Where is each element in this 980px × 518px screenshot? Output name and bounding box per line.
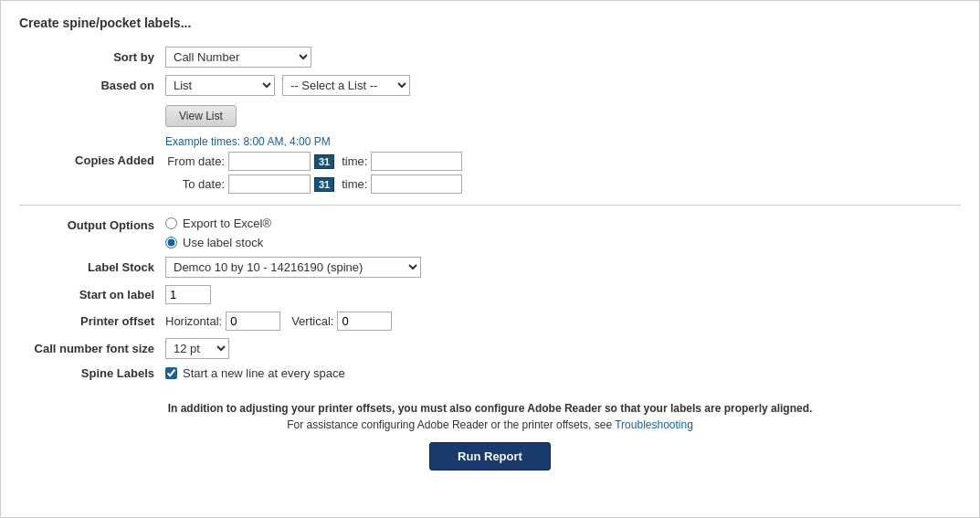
- sort-by-select[interactable]: Call Number Title Author Date Added: [165, 47, 311, 68]
- sort-by-row: Sort by Call Number Title Author Date Ad…: [19, 47, 961, 68]
- to-date-calendar-button[interactable]: 31: [314, 177, 334, 192]
- start-on-label-row: Start on label: [19, 285, 961, 304]
- printer-offset-row: Printer offset Horizontal: Vertical:: [19, 312, 961, 331]
- spine-labels-checkbox-label: Start a new line at every space: [183, 366, 345, 380]
- divider: [19, 205, 961, 206]
- example-times-text: Example times: 8:00 AM, 4:00 PM: [165, 135, 331, 148]
- font-size-label: Call number font size: [19, 342, 165, 355]
- from-date-input[interactable]: [228, 152, 311, 171]
- to-date-row: To date: 31 time:: [165, 174, 462, 194]
- from-time-input[interactable]: [371, 152, 462, 171]
- label-stock-select[interactable]: Demco 10 by 10 - 14216190 (spine) Option…: [165, 257, 421, 278]
- spine-labels-label: Spine Labels: [19, 366, 165, 380]
- view-list-row: View List: [19, 103, 961, 127]
- to-date-label: To date:: [165, 177, 225, 191]
- example-times-row: Example times: 8:00 AM, 4:00 PM: [165, 134, 961, 148]
- page-container: Create spine/pocket labels... Sort by Ca…: [0, 0, 980, 518]
- to-time-input[interactable]: [371, 174, 462, 194]
- export-excel-radio[interactable]: [165, 217, 177, 229]
- vertical-label: Vertical:: [291, 314, 333, 328]
- from-time-label: time:: [342, 154, 367, 168]
- export-excel-label: Export to Excel®: [183, 217, 271, 230]
- start-on-label-label: Start on label: [19, 288, 165, 301]
- horizontal-offset-input[interactable]: [226, 312, 280, 331]
- font-size-select[interactable]: 12 pt 10 pt 14 pt 16 pt: [165, 338, 229, 359]
- based-on-select[interactable]: List Search All Items: [165, 75, 275, 96]
- from-date-label: From date:: [165, 154, 225, 168]
- spine-labels-row: Spine Labels Start a new line at every s…: [19, 366, 961, 380]
- to-date-input[interactable]: [228, 174, 311, 194]
- date-rows: From date: 31 time: To date: 31 time:: [165, 152, 462, 194]
- use-label-stock-radio[interactable]: [165, 237, 177, 248]
- start-on-label-input[interactable]: [165, 285, 211, 304]
- label-stock-label: Label Stock: [19, 260, 165, 274]
- info-section: In addition to adjusting your printer of…: [19, 395, 961, 470]
- printer-offset-label: Printer offset: [19, 314, 165, 328]
- from-date-row: From date: 31 time:: [165, 152, 462, 171]
- font-size-row: Call number font size 12 pt 10 pt 14 pt …: [19, 338, 961, 359]
- export-excel-row: Export to Excel®: [165, 217, 271, 230]
- copies-added-label: Copies Added: [19, 152, 165, 167]
- vertical-offset-input[interactable]: [337, 312, 392, 331]
- based-on-row: Based on List Search All Items -- Select…: [19, 75, 961, 96]
- output-options-section: Output Options Export to Excel® Use labe…: [19, 217, 961, 249]
- run-report-button[interactable]: Run Report: [429, 442, 551, 470]
- select-list-select[interactable]: -- Select a List --: [282, 75, 410, 96]
- based-on-label: Based on: [19, 79, 165, 92]
- info-normal-text: For assistance configuring Adobe Reader …: [19, 418, 961, 431]
- troubleshooting-link[interactable]: Troubleshooting: [615, 418, 693, 431]
- to-time-label: time:: [342, 177, 367, 191]
- horizontal-label: Horizontal:: [165, 314, 222, 328]
- output-options-label: Output Options: [19, 217, 165, 232]
- use-label-stock-row: Use label stock: [165, 236, 271, 249]
- spine-labels-checkbox[interactable]: [165, 367, 177, 379]
- use-label-stock-label: Use label stock: [183, 236, 263, 249]
- view-list-button[interactable]: View List: [165, 105, 237, 127]
- copies-added-section: Copies Added From date: 31 time: To date…: [19, 152, 961, 194]
- info-bold-text: In addition to adjusting your printer of…: [19, 402, 961, 415]
- sort-by-label: Sort by: [19, 50, 165, 64]
- output-options-group: Export to Excel® Use label stock: [165, 217, 271, 249]
- label-stock-row: Label Stock Demco 10 by 10 - 14216190 (s…: [19, 257, 961, 278]
- form-section: Sort by Call Number Title Author Date Ad…: [19, 47, 961, 194]
- page-title: Create spine/pocket labels...: [19, 16, 961, 30]
- from-date-calendar-button[interactable]: 31: [314, 154, 334, 169]
